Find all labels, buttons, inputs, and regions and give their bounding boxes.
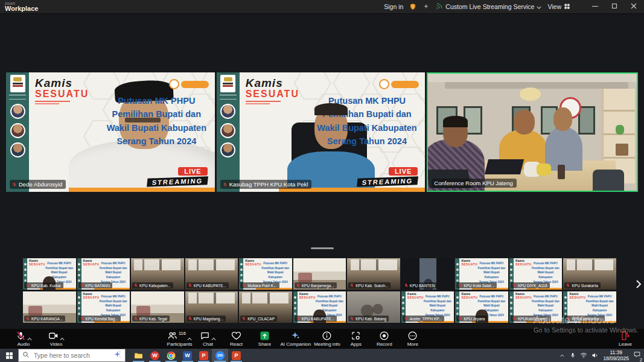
participant-thumbnail[interactable]: Kamis SESUATU Putusan MK PHPU Pemilihan … [509, 258, 563, 290]
muted-mic-icon [349, 283, 354, 288]
sign-in-button[interactable]: Sign in [384, 3, 403, 10]
toolbar-video-button[interactable]: Video [43, 329, 69, 349]
toolbar-leave-button[interactable]: Leave [613, 329, 638, 349]
close-button[interactable] [631, 3, 637, 10]
chrome-icon[interactable] [163, 349, 179, 362]
tray-volume-icon[interactable] [591, 352, 599, 359]
toolbar-audio-button[interactable]: Audio [11, 329, 36, 349]
participant-thumbnail[interactable]: Kamis SESUATU Putusan MK PHPU Pemilihan … [239, 291, 292, 323]
kpu-logo [10, 75, 25, 92]
participant-thumbnail[interactable]: Kamis SESUATU Putusan MK PHPU Pemilihan … [401, 258, 454, 290]
muted-mic-icon [512, 316, 517, 321]
zoom-icon[interactable]: zm [212, 349, 228, 362]
speaker-avatar [10, 142, 25, 157]
toolbar-share-button[interactable]: Share [252, 329, 277, 349]
shield-warning-icon[interactable] [409, 3, 416, 10]
speaker-avatar [220, 123, 235, 138]
participant-thumbnail[interactable]: Kamis SESUATU Putusan MK PHPU Pemilihan … [23, 291, 76, 323]
participant-thumbnail[interactable]: Kamis SESUATU Putusan MK PHPU Pemilihan … [347, 291, 400, 323]
maximize-button[interactable] [611, 3, 617, 10]
muted-mic-icon [25, 316, 30, 321]
next-page-chevron-icon[interactable] [634, 279, 643, 290]
search-input[interactable] [33, 351, 110, 360]
thumb-room-decor [28, 306, 42, 316]
toolbar-button-label: React [230, 341, 243, 347]
toolbar-more-button[interactable]: More [400, 329, 426, 349]
participant-thumbnail[interactable]: Kamis SESUATU Putusan MK PHPU Pemilihan … [77, 258, 130, 290]
muted-mic-icon [133, 316, 138, 321]
participant-name-tag: KPU KABUPATE... [295, 316, 337, 322]
muted-mic-icon [404, 316, 409, 321]
toolbar-button-label: Apps [351, 341, 362, 347]
thumb-brand-logo: Kamis SESUATU [299, 293, 316, 299]
toolbar-react-button[interactable]: React [223, 329, 249, 349]
participant-thumbnail[interactable]: Kamis SESUATU Putusan MK PHPU Pemilihan … [563, 258, 616, 290]
muted-mic-icon [457, 283, 462, 288]
meeting-toolbar: Audio Video 116 Participants Chat React [0, 329, 644, 349]
toolbar-button-label: Share [258, 341, 271, 347]
participant-name-tag: KPU KARANGA... [24, 316, 65, 322]
thumb-topic-text: Putusan MK PHPU Pemilihan Bupati dan Wak… [261, 261, 290, 284]
participant-thumbnail[interactable]: Kamis SESUATU Putusan MK PHPU Pemilihan … [509, 291, 563, 323]
video-tile-conference-room[interactable]: Conference Room KPU Jateng [427, 72, 638, 192]
muted-mic-icon [80, 316, 84, 321]
toolbar-chat-button[interactable]: Chat [195, 329, 220, 349]
minimize-button[interactable] [592, 3, 598, 10]
participant-thumbnail[interactable]: Kamis SESUATU Putusan MK PHPU Pemilihan … [347, 258, 400, 290]
toolbar-button-label: Leave [619, 341, 632, 347]
wps-icon[interactable]: W [147, 349, 163, 362]
taskbar-clock[interactable]: 11:39 18/09/2025 [603, 349, 629, 361]
thumb-brand-logo: Kamis SESUATU [83, 259, 100, 266]
copilot-icon[interactable] [113, 350, 121, 361]
participant-name-tag: KPU BANTEN [403, 282, 438, 288]
toolbar-meeting-info-button[interactable]: Meeting info [314, 329, 340, 349]
participant-thumbnail[interactable]: Kamis SESUATU Putusan MK PHPU Pemilihan … [185, 291, 238, 323]
participant-thumbnail[interactable]: Kamis SESUATU Putusan MK PHPU Pemilihan … [131, 291, 184, 323]
cup [558, 165, 565, 179]
video-tile-dede-abdurosyid[interactable]: Kamis SESUATU Putusan MK PHPU Pemilihan … [6, 72, 215, 192]
participant-thumbnail[interactable]: Kamis SESUATU Putusan MK PHPU Pemilihan … [563, 291, 616, 323]
muted-mic-icon [566, 283, 570, 288]
toolbar-ai-companion-button[interactable]: AI Companion [280, 329, 311, 349]
participant-thumbnail[interactable]: Kamis SESUATU Putusan MK PHPU Pemilihan … [401, 291, 454, 323]
video-tile-kasubag-tpph[interactable]: Kamis SESUATU Putusan MK PHPU Pemilihan … [217, 72, 426, 192]
muted-mic-icon [296, 316, 301, 321]
start-button[interactable] [0, 349, 18, 362]
thumb-topic-text: Putusan MK PHPU Pemilihan Bupati dan Wak… [531, 294, 560, 317]
participant-thumbnail[interactable]: Kamis SESUATU Putusan MK PHPU Pemilihan … [23, 258, 76, 290]
participant-thumbnail[interactable]: Kamis SESUATU Putusan MK PHPU Pemilihan … [77, 291, 130, 323]
tray-network-icon[interactable] [580, 352, 587, 359]
gallery-drag-handle[interactable] [311, 247, 334, 249]
file-explorer-icon[interactable] [130, 349, 147, 362]
kamis-sesuatu-logo: Kamis SESUATU [246, 77, 299, 104]
live-streaming-badge: LIVE STREAMING [147, 165, 208, 186]
powerpoint-icon[interactable]: P [228, 349, 244, 362]
tray-mic-icon[interactable] [570, 352, 576, 358]
participant-thumbnail[interactable]: Kamis SESUATU Putusan MK PHPU Pemilihan … [131, 258, 184, 290]
notification-center-icon[interactable]: 2 [633, 350, 641, 361]
participant-thumbnail[interactable]: Kamis SESUATU Putusan MK PHPU Pemilihan … [293, 258, 346, 290]
toolbar-participants-button[interactable]: 116 Participants [167, 329, 192, 349]
participant-thumbnail[interactable]: Kamis SESUATU Putusan MK PHPU Pemilihan … [455, 291, 508, 323]
kpu-logo [220, 75, 235, 92]
view-button[interactable]: View [547, 3, 570, 11]
muted-mic-icon [404, 283, 409, 288]
pdf-icon[interactable]: P [196, 349, 212, 362]
room-ceiling [428, 74, 637, 82]
workplace-wordmark: Workplace [5, 5, 38, 12]
plant [616, 125, 624, 135]
taskbar-search[interactable] [18, 349, 126, 362]
participant-name-tag: KPU Kota Salat... [456, 282, 497, 288]
sparkle-gray-icon[interactable] [422, 3, 430, 10]
word-icon[interactable]: W [179, 349, 196, 362]
participant-thumbnail[interactable]: Kamis SESUATU Putusan MK PHPU Pemilihan … [293, 291, 346, 323]
tray-chevron-up-icon[interactable] [559, 352, 566, 359]
orange-bar [69, 188, 215, 192]
participant-thumbnail[interactable]: Kamis SESUATU Putusan MK PHPU Pemilihan … [455, 258, 508, 290]
toolbar-apps-button[interactable]: Apps [343, 329, 369, 349]
toolbar-record-button[interactable]: Record [372, 329, 397, 349]
live-stream-selector[interactable]: Custom Live Streaming Service [436, 2, 541, 11]
participant-thumbnail[interactable]: Kamis SESUATU Putusan MK PHPU Pemilihan … [185, 258, 238, 290]
muted-mic-icon [512, 283, 517, 288]
participant-thumbnail[interactable]: Kamis SESUATU Putusan MK PHPU Pemilihan … [239, 258, 292, 290]
